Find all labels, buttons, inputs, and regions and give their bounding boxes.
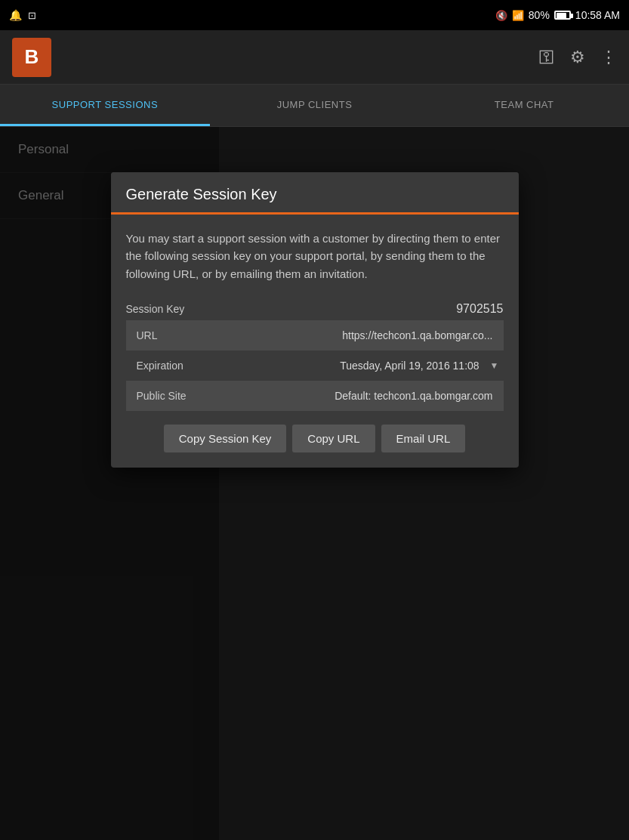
dialog-header: Generate Session Key [111, 172, 519, 203]
status-icon-1: ⊡ [28, 10, 36, 21]
public-site-row: Public Site Default: techcon1.qa.bomgar.… [126, 381, 504, 411]
time-display: 10:58 AM [575, 9, 620, 21]
public-site-label: Public Site [126, 390, 247, 402]
wifi-icon: 📶 [512, 10, 524, 21]
dialog-title: Generate Session Key [126, 186, 504, 203]
status-bar: 🔔 ⊡ 🔇 📶 80% 10:58 AM [0, 0, 629, 30]
expiration-value: Tuesday, April 19, 2016 11:08 [247, 360, 490, 372]
status-bar-left: 🔔 ⊡ [9, 9, 36, 21]
expiration-row: Expiration Tuesday, April 19, 2016 11:08… [126, 351, 504, 381]
mute-icon: 🔇 [495, 10, 507, 21]
battery-icon [554, 11, 571, 20]
tab-team-chat[interactable]: TEAM CHAT [419, 85, 629, 126]
app-logo: B [12, 38, 51, 77]
settings-icon[interactable]: ⚙ [570, 48, 585, 67]
generate-session-key-dialog: Generate Session Key You may start a sup… [111, 172, 519, 468]
url-value: https://techcon1.qa.bomgar.co... [247, 329, 504, 341]
top-bar: B ⚿ ⚙ ⋮ [0, 30, 629, 85]
notification-icon: 🔔 [9, 9, 22, 21]
email-url-button[interactable]: Email URL [381, 425, 466, 452]
copy-session-key-button[interactable]: Copy Session Key [164, 425, 287, 452]
dialog-actions: Copy Session Key Copy URL Email URL [111, 411, 519, 468]
top-bar-actions: ⚿ ⚙ ⋮ [538, 48, 617, 67]
tab-jump-clients[interactable]: JUMP CLIENTS [210, 85, 420, 126]
key-icon[interactable]: ⚿ [538, 48, 555, 67]
url-row: URL https://techcon1.qa.bomgar.co... [126, 320, 504, 351]
tab-support-sessions[interactable]: SUPPORT SESSIONS [0, 85, 210, 126]
dialog-description: You may start a support session with a c… [126, 230, 504, 283]
main-content: Personal General Generate Session Key Yo… [0, 127, 629, 840]
copy-url-button[interactable]: Copy URL [292, 425, 375, 452]
more-icon[interactable]: ⋮ [600, 48, 617, 67]
session-key-row: Session Key 9702515 [126, 296, 504, 320]
dialog-body: You may start a support session with a c… [111, 215, 519, 411]
public-site-value: Default: techcon1.qa.bomgar.com [247, 390, 504, 402]
session-key-value: 9702515 [456, 302, 503, 316]
tab-bar: SUPPORT SESSIONS JUMP CLIENTS TEAM CHAT [0, 85, 629, 127]
url-label: URL [126, 329, 247, 341]
session-key-label: Session Key [126, 303, 185, 315]
status-bar-right: 🔇 📶 80% 10:58 AM [495, 9, 620, 21]
expiration-label: Expiration [126, 360, 247, 372]
dialog-overlay: Generate Session Key You may start a sup… [0, 127, 629, 840]
battery-percent: 80% [529, 9, 550, 21]
